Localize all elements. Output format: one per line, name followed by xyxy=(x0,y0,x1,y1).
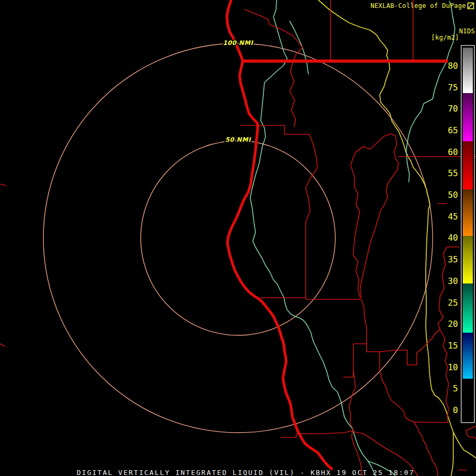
colorbar-segment xyxy=(463,283,473,333)
colorbar-tick: 20 xyxy=(435,319,458,329)
colorbar-tick: 25 xyxy=(435,298,458,308)
colorbar-tick: 75 xyxy=(435,83,458,93)
colorbar-segment xyxy=(463,236,473,283)
colorbar-tick: 35 xyxy=(435,255,458,264)
colorbar-segment xyxy=(463,189,473,236)
svg-text:100 NMI: 100 NMI xyxy=(223,39,254,47)
product-title: DIGITAL VERTICALLY INTEGRATED LIQUID (VI… xyxy=(77,469,415,476)
colorbar xyxy=(461,45,475,423)
colorbar-segment xyxy=(463,141,473,189)
network-label: NIDS xyxy=(459,28,475,35)
radar-map: 100 NMI50 NMI xyxy=(0,0,476,476)
svg-text:50 NMI: 50 NMI xyxy=(225,136,252,143)
colorbar-segment xyxy=(463,333,473,379)
colorbar-tick: 0 xyxy=(435,406,458,415)
colorbar-tick: 65 xyxy=(435,126,458,135)
colorbar-segment xyxy=(463,93,473,141)
colorbar-tick: 10 xyxy=(435,363,458,372)
colorbar-tick: 40 xyxy=(435,233,458,243)
colorbar-tick: 30 xyxy=(435,277,458,286)
radar-viewer: 100 NMI50 NMI NEXLAB-College of DuPage N… xyxy=(0,0,476,476)
brand-text: NEXLAB-College of DuPage xyxy=(370,2,466,10)
colorbar-segment xyxy=(463,379,473,420)
colorbar-tick: 5 xyxy=(435,384,458,393)
colorbar-tick: 15 xyxy=(435,341,458,351)
colorbar-tick: 50 xyxy=(435,190,458,200)
colorbar-tick: 55 xyxy=(435,169,458,178)
colorbar-tick: 45 xyxy=(435,212,458,222)
colorbar-tick: 80 xyxy=(435,61,458,71)
colorbar-tick: 60 xyxy=(435,148,458,157)
colorbar-tick: 70 xyxy=(435,104,458,114)
cod-flag-icon xyxy=(467,2,474,10)
units-label: [kg/m2] xyxy=(431,34,459,41)
colorbar-segment xyxy=(463,48,473,93)
